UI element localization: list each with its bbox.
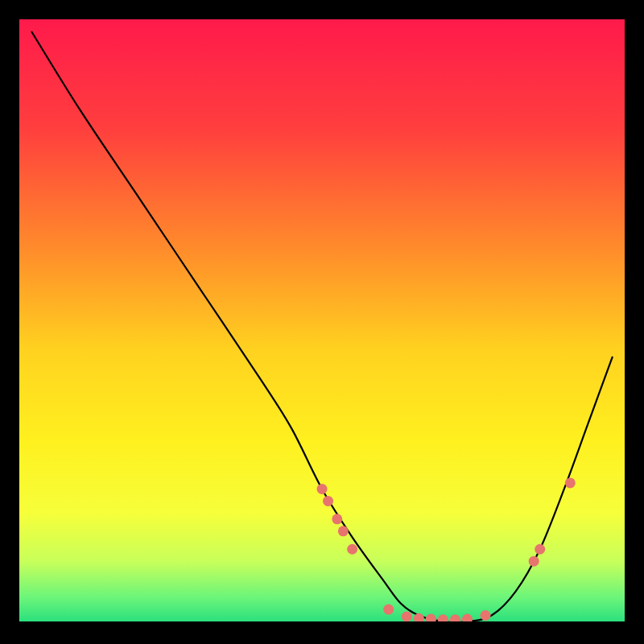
- data-marker: [402, 612, 412, 621]
- bottleneck-chart: [19, 19, 625, 621]
- data-marker: [323, 496, 333, 506]
- data-marker: [317, 484, 328, 494]
- gradient-background: [19, 19, 625, 621]
- data-marker: [535, 544, 545, 555]
- data-marker: [338, 526, 349, 536]
- data-marker: [332, 514, 342, 524]
- chart-frame: TheBottleneck.com: [19, 19, 625, 625]
- data-marker: [347, 544, 357, 555]
- data-marker: [529, 556, 539, 567]
- data-marker: [383, 605, 394, 615]
- data-marker: [481, 610, 491, 621]
- data-marker: [565, 477, 576, 488]
